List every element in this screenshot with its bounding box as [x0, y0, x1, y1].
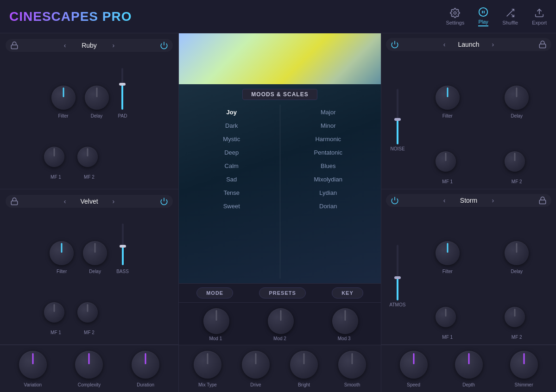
mood-tense[interactable]: Tense [183, 187, 280, 199]
mood-joy[interactable]: Joy [183, 106, 280, 118]
mood-dark[interactable]: Dark [183, 120, 280, 131]
launch-delay-knob[interactable] [505, 86, 529, 110]
velvet-mf2-knob[interactable] [77, 302, 101, 326]
velvet-fader-track[interactable] [122, 224, 124, 265]
storm-slider[interactable] [397, 245, 398, 300]
moods-left-col: Joy Dark Mystic Deep Calm Sad Tense Swee… [183, 105, 280, 279]
scale-pentatonic[interactable]: Pentatonic [280, 147, 377, 158]
lock-icon-3[interactable] [538, 40, 547, 49]
launch-slider[interactable] [397, 89, 398, 144]
scale-dorian[interactable]: Dorian [280, 200, 377, 212]
mood-mystic[interactable]: Mystic [183, 133, 280, 145]
ruby-mf1-knob[interactable] [44, 147, 68, 171]
storm-next[interactable]: › [489, 196, 497, 205]
play-button[interactable]: Play [478, 7, 488, 26]
power-icon-4[interactable] [391, 196, 399, 205]
storm-mf2-knob[interactable] [505, 307, 529, 331]
mod1-knob[interactable] [203, 308, 227, 332]
storm-delay-knob[interactable] [505, 241, 529, 265]
scale-blues[interactable]: Blues [280, 160, 377, 172]
launch-prev[interactable]: ‹ [441, 40, 449, 49]
mod1-label: Mod 1 [209, 336, 222, 341]
power-icon-1[interactable] [160, 41, 168, 50]
depth-knob[interactable] [455, 351, 483, 379]
shuffle-button[interactable]: Shuffle [502, 8, 518, 25]
storm-mf1-knob[interactable] [436, 307, 460, 331]
complexity-label: Complexity [78, 382, 101, 387]
duration-knob[interactable] [132, 351, 159, 379]
shimmer-group: Shimmer [510, 351, 538, 387]
presets-button[interactable]: PRESETS [259, 287, 305, 299]
mod3-label: Mod 3 [338, 336, 351, 341]
settings-button[interactable]: Settings [446, 8, 464, 25]
mod3-knob[interactable] [332, 308, 356, 332]
ruby-mf2-knob[interactable] [77, 147, 101, 171]
velvet-delay-knob[interactable] [83, 241, 107, 265]
drive-knob[interactable] [242, 351, 270, 379]
variation-knob[interactable] [19, 351, 47, 379]
depth-label: Depth [462, 382, 475, 387]
lock-icon-4[interactable] [538, 196, 547, 205]
play-label: Play [478, 19, 488, 25]
launch-slider-col: NOISE [386, 56, 409, 184]
synth-ruby-nav: ‹ Ruby › [21, 41, 157, 50]
moods-right-col: Major Minor Harmonic Pentatonic Blues Mi… [280, 105, 377, 279]
moods-title: MOODS & SCALES [242, 89, 317, 100]
launch-next[interactable]: › [489, 40, 497, 49]
mood-calm[interactable]: Calm [183, 160, 280, 172]
mood-sad[interactable]: Sad [183, 174, 280, 185]
depth-group: Depth [455, 351, 483, 387]
key-button[interactable]: KEY [332, 287, 363, 299]
smooth-label: Smooth [344, 382, 360, 387]
ruby-fader-track[interactable] [121, 68, 123, 110]
bright-knob[interactable] [290, 351, 318, 379]
velvet-mf1-knob[interactable] [44, 302, 68, 326]
velvet-knobs-row1: Filter Delay BASS [6, 213, 173, 278]
synth-ruby-header: ‹ Ruby › [6, 39, 173, 52]
velvet-mf2-label: MF 2 [84, 330, 95, 335]
scale-mixolydian[interactable]: Mixolydian [280, 174, 377, 185]
launch-mf2-group: MF 2 [505, 151, 529, 184]
export-button[interactable]: Export [532, 8, 547, 25]
ruby-filter-knob[interactable] [51, 86, 76, 110]
storm-prev[interactable]: ‹ [441, 196, 449, 205]
mood-sweet[interactable]: Sweet [183, 200, 280, 212]
velvet-filter-knob[interactable] [50, 241, 74, 265]
complexity-knob[interactable] [75, 351, 103, 379]
ruby-prev[interactable]: ‹ [61, 41, 69, 50]
ruby-filter-label: Filter [58, 113, 68, 118]
ruby-delay-knob[interactable] [85, 86, 109, 110]
complexity-group: Complexity [75, 351, 103, 387]
ruby-knobs-row2: MF 1 MF 2 [6, 122, 173, 183]
scale-major[interactable]: Major [280, 106, 377, 118]
speed-knob[interactable] [400, 351, 428, 379]
smooth-knob[interactable] [338, 351, 366, 379]
scale-lydian[interactable]: Lydian [280, 187, 377, 199]
duration-label: Duration [137, 382, 154, 387]
launch-mf2-knob[interactable] [505, 151, 529, 175]
duration-group: Duration [132, 351, 159, 387]
scale-minor[interactable]: Minor [280, 120, 377, 131]
moods-title-bar: MOODS & SCALES [183, 89, 376, 100]
center-bottom-row: Mix Type Drive Bright Smooth [179, 345, 381, 392]
mixtype-knob[interactable] [194, 351, 221, 379]
launch-delay-label: Delay [511, 113, 523, 118]
power-icon-2[interactable] [160, 197, 168, 205]
storm-filter-knob[interactable] [436, 241, 460, 265]
mood-deep[interactable]: Deep [183, 147, 280, 158]
storm-inner: ATMOS Filter [386, 212, 551, 340]
scale-harmonic[interactable]: Harmonic [280, 133, 377, 145]
lock-icon-2[interactable] [10, 197, 19, 205]
launch-filter-knob[interactable] [436, 86, 460, 110]
shimmer-knob[interactable] [510, 351, 538, 379]
ruby-next[interactable]: › [110, 41, 118, 50]
mod2-knob[interactable] [268, 308, 292, 332]
velvet-prev[interactable]: ‹ [61, 197, 69, 206]
mode-button[interactable]: MODE [196, 287, 233, 299]
velvet-mf2-group: MF 2 [77, 302, 101, 335]
smooth-group: Smooth [338, 351, 366, 387]
launch-mf1-knob[interactable] [436, 151, 460, 175]
power-icon-3[interactable] [391, 40, 399, 49]
velvet-next[interactable]: › [110, 197, 118, 206]
lock-icon-1[interactable] [10, 41, 19, 50]
